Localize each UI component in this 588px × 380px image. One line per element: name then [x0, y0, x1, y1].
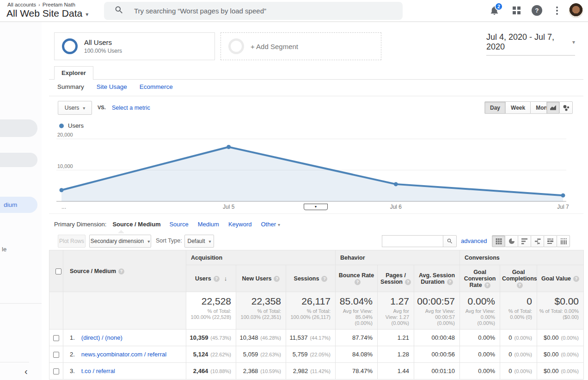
comparison-view-button[interactable]	[531, 235, 544, 247]
totals-cell: 22,528% of Total: 100.00% (22,528)	[186, 292, 236, 330]
help-bubble-icon[interactable]: ?	[405, 279, 411, 285]
metric-cell: 0(0.00%)	[500, 346, 537, 363]
dimension-medium[interactable]: Medium	[198, 221, 219, 228]
subtab-ecommerce[interactable]: Ecommerce	[140, 83, 173, 90]
breadcrumb[interactable]: All accounts›Preetam Nath	[7, 2, 75, 7]
segment-all-users[interactable]: All Users 100.00% Users	[54, 32, 215, 60]
table-search-button[interactable]	[443, 235, 457, 247]
notifications-bell-icon[interactable]: 2	[489, 5, 501, 17]
percentage-view-button[interactable]	[505, 235, 518, 247]
legend-dot-icon	[59, 124, 64, 128]
performance-view-button[interactable]	[518, 235, 531, 247]
line-chart-view-button[interactable]	[546, 101, 560, 114]
tab-strip-divider	[49, 79, 583, 80]
pivot-view-button[interactable]	[557, 235, 570, 247]
subtab-site-usage[interactable]: Site Usage	[97, 83, 127, 90]
help-bubble-icon[interactable]: ?	[447, 279, 453, 285]
motion-chart-view-button[interactable]	[559, 101, 573, 114]
column-header-goal-conversion-rate[interactable]: Goal Conversion Rate?	[460, 265, 500, 292]
source-medium-link[interactable]: (direct) / (none)	[81, 334, 122, 341]
dimension-source[interactable]: Source	[169, 221, 188, 228]
breadcrumb-account[interactable]: Preetam Nath	[43, 2, 75, 7]
column-header-users[interactable]: Users?↓	[186, 265, 236, 292]
dimension-source-medium[interactable]: Source / Medium	[112, 221, 160, 228]
sidebar-item-placeholder[interactable]	[0, 153, 37, 167]
table-search-input[interactable]	[382, 235, 443, 247]
row-checkbox[interactable]	[53, 335, 59, 341]
sort-type-button[interactable]: Default ▾	[184, 235, 214, 248]
metric-group-header: Acquisition	[186, 250, 336, 265]
legend-label: Users	[68, 122, 84, 129]
granularity-week-button[interactable]: Week	[505, 101, 531, 114]
help-bubble-icon[interactable]: ?	[573, 276, 579, 282]
term-cloud-view-button[interactable]	[544, 235, 557, 247]
sidebar-item-partial-label[interactable]: le	[2, 246, 6, 253]
row-checkbox[interactable]	[53, 368, 59, 374]
sidebar-collapse-icon[interactable]: ‹	[24, 366, 28, 377]
dimension-other[interactable]: Other▾	[261, 221, 280, 228]
source-medium-data-table: Source / Medium?AcquisitionBehaviorConve…	[49, 250, 584, 380]
tab-explorer[interactable]: Explorer	[54, 66, 93, 80]
dimension-keyword[interactable]: Keyword	[228, 221, 252, 228]
search-input[interactable]	[134, 7, 374, 15]
chart-legend: Users	[59, 122, 84, 129]
select-all-checkbox[interactable]	[55, 268, 61, 274]
select-a-metric-link[interactable]: Select a metric	[112, 105, 150, 111]
totals-subtext: % of Total: 100.03% (22,351)	[238, 308, 281, 320]
term-cloud-icon	[547, 238, 554, 244]
chart-point[interactable]	[227, 145, 231, 149]
property-title[interactable]: All Web Site Data ▾	[6, 8, 88, 19]
data-table-view-button[interactable]	[492, 235, 505, 247]
metric-value: 0.00%	[478, 351, 495, 358]
column-header-bounce-rate[interactable]: Bounce Rate?	[336, 265, 378, 292]
chart-point[interactable]	[561, 193, 565, 198]
plot-rows-button[interactable]: Plot Rows	[58, 235, 86, 248]
left-sidebar: dium le ‹	[0, 22, 42, 380]
help-bubble-icon[interactable]: ?	[355, 279, 361, 285]
sidebar-item-source-medium-selected[interactable]: dium	[0, 197, 37, 213]
help-bubble-icon[interactable]: ?	[274, 276, 280, 282]
advanced-search-link[interactable]: advanced	[461, 237, 487, 244]
column-header-sessions[interactable]: Sessions?	[286, 265, 336, 292]
source-medium-link[interactable]: news.ycombinator.com / referral	[81, 351, 166, 358]
subtab-summary[interactable]: Summary	[57, 83, 84, 90]
metric-value: 84.08%	[352, 351, 373, 358]
column-header-goal-value[interactable]: Goal Value?	[537, 265, 584, 292]
help-bubble-icon[interactable]: ?	[118, 268, 124, 274]
ga-application: dium le ‹ All accounts›Preetam Nath All …	[0, 0, 588, 380]
source-medium-link[interactable]: t.co / referral	[81, 368, 115, 374]
chart-collapse-tab[interactable]: ▼	[304, 204, 328, 210]
metric-value: 5,759	[293, 351, 308, 358]
breadcrumb-all-accounts[interactable]: All accounts	[7, 2, 36, 7]
metric-value: 11,537	[290, 334, 308, 341]
sidebar-item-placeholder[interactable]	[0, 119, 37, 137]
help-icon[interactable]: ?	[532, 5, 542, 16]
column-header-pages-session[interactable]: Pages / Session?	[378, 265, 414, 292]
sidebar-divider	[0, 362, 29, 362]
sort-direction-icon[interactable]: ↓	[224, 275, 227, 282]
help-bubble-icon[interactable]: ?	[484, 282, 490, 288]
row-checkbox[interactable]	[53, 352, 59, 358]
date-range-picker[interactable]: Jul 4, 2020 - Jul 7, 2020 ▾	[486, 32, 575, 56]
help-bubble-icon[interactable]: ?	[321, 276, 327, 282]
dimension-column-header[interactable]: Source / Medium?	[63, 250, 186, 292]
apps-grid-icon[interactable]	[512, 6, 521, 17]
metric-selector-button[interactable]: Users ▾	[58, 101, 92, 115]
column-header-new-users[interactable]: New Users?	[236, 265, 286, 292]
add-segment-button[interactable]: + Add Segment	[220, 32, 381, 60]
metric-value: 87.74%	[352, 334, 373, 341]
help-bubble-icon[interactable]: ?	[214, 276, 220, 282]
more-options-icon[interactable]	[554, 5, 560, 16]
granularity-day-button[interactable]: Day	[484, 101, 506, 114]
table-view-toggle	[492, 235, 570, 247]
global-search[interactable]	[104, 2, 403, 20]
column-header-avg-session-duration[interactable]: Avg. Session Duration?	[414, 265, 460, 292]
row-checkbox-cell	[49, 330, 63, 346]
chart-point[interactable]	[60, 188, 64, 192]
secondary-dimension-button[interactable]: Secondary dimension ▾	[89, 235, 151, 248]
column-header-goal-completions[interactable]: Goal Completions?	[500, 265, 537, 292]
chart-point[interactable]	[394, 182, 398, 186]
help-bubble-icon[interactable]: ?	[517, 282, 523, 288]
user-avatar[interactable]	[569, 3, 583, 18]
chevron-down-icon[interactable]: ▾	[86, 9, 88, 18]
